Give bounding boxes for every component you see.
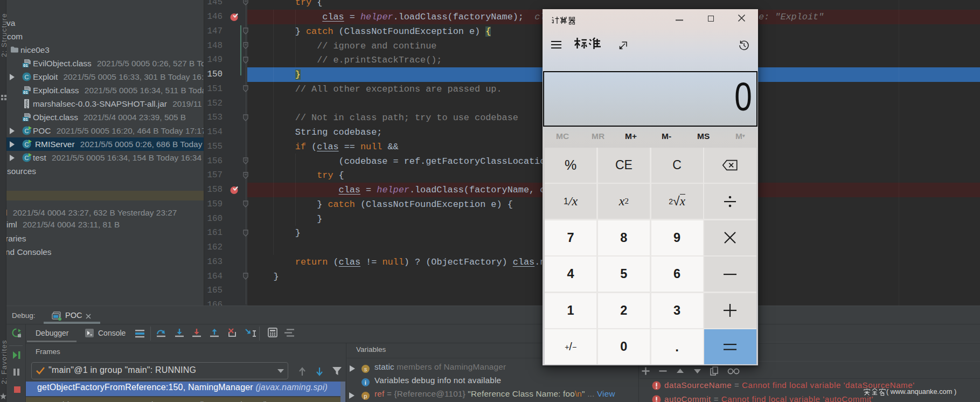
- svg-text:i: i: [365, 379, 366, 386]
- svg-text:C: C: [25, 154, 29, 161]
- svg-text:01: 01: [23, 89, 27, 94]
- svg-text:C: C: [25, 141, 29, 147]
- svg-text:C: C: [25, 73, 29, 80]
- svg-text:C: C: [25, 127, 29, 134]
- svg-text:01: 01: [23, 116, 27, 121]
- svg-text:s: s: [364, 366, 367, 372]
- svg-text:01: 01: [23, 63, 27, 67]
- svg-text:p: p: [364, 393, 367, 399]
